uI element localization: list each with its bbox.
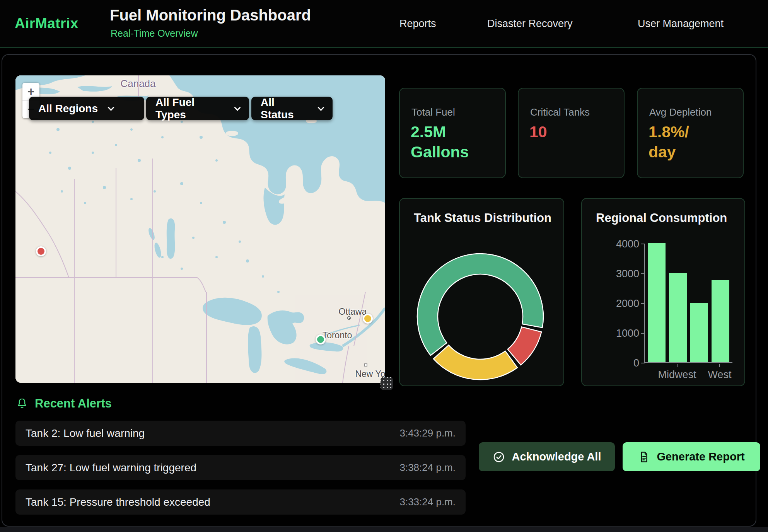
x-axis-tick-label: Midwest: [658, 369, 696, 381]
nav-disaster-recovery[interactable]: Disaster Recovery: [487, 18, 573, 30]
tank-marker-normal[interactable]: [316, 334, 326, 344]
chevron-down-icon: [234, 104, 241, 111]
stat-value: 10: [529, 122, 547, 142]
filter-status-dropdown[interactable]: All Status: [251, 97, 333, 120]
nav-user-management[interactable]: User Management: [638, 18, 724, 30]
bar-chart-title: Regional Consumption: [596, 211, 727, 225]
y-axis-tick-label: 4000: [582, 238, 639, 250]
chevron-down-icon: [108, 104, 114, 111]
donut-chart: [400, 199, 565, 387]
page-subtitle: Real-Time Overview: [111, 28, 198, 39]
x-axis-tick-mark: [677, 364, 678, 367]
map-label-toronto: Toronto: [323, 330, 352, 341]
bar: [712, 280, 729, 362]
filter-regions-label: All Regions: [38, 102, 98, 115]
bar: [669, 273, 687, 362]
report-document-icon: [638, 451, 650, 463]
tank-marker-warning[interactable]: [363, 314, 373, 324]
dashboard-panel: Canada Ottawa Toronto New York + − All R…: [2, 54, 756, 527]
generate-report-button[interactable]: Generate Report: [623, 442, 760, 471]
stat-label: Avg Depletion: [649, 106, 712, 118]
stat-card-avg-depletion: Avg Depletion 1.8%/ day: [637, 88, 744, 178]
map-drag-handle-icon[interactable]: [381, 377, 393, 390]
stat-value: 2.5M Gallons: [411, 122, 469, 162]
app-logo: AirMatrix: [15, 15, 79, 32]
bell-icon: [16, 397, 28, 410]
bar: [690, 303, 708, 362]
y-axis-tick-mark: [641, 363, 645, 363]
stat-label: Total Fuel: [411, 106, 455, 118]
filter-fuel-types-dropdown[interactable]: All Fuel Types: [146, 97, 249, 120]
alert-message: Tank 2: Low fuel warning: [26, 427, 145, 440]
filter-fuel-types-label: All Fuel Types: [155, 96, 224, 121]
acknowledge-all-button[interactable]: Acknowledge All: [479, 442, 615, 471]
alert-row[interactable]: Tank 15: Pressure threshold exceeded 3:3…: [15, 489, 466, 515]
alert-timestamp: 3:38:24 p.m.: [399, 462, 456, 474]
nav-reports[interactable]: Reports: [399, 18, 436, 30]
bar: [648, 243, 666, 362]
tank-marker-critical[interactable]: [36, 246, 46, 256]
map-label-ottawa: Ottawa: [339, 307, 367, 317]
check-circle-icon: [493, 451, 505, 463]
filter-status-label: All Status: [261, 96, 308, 121]
y-axis-tick-mark: [641, 333, 645, 334]
alert-message: Tank 15: Pressure threshold exceeded: [26, 496, 210, 508]
map[interactable]: Canada Ottawa Toronto New York + − All R…: [15, 75, 385, 383]
recent-alerts-header: Recent Alerts: [16, 397, 112, 411]
alert-timestamp: 3:43:29 p.m.: [399, 427, 456, 439]
stat-label: Critical Tanks: [530, 106, 590, 118]
alert-timestamp: 3:33:24 p.m.: [399, 496, 456, 508]
bar-chart-plot: [644, 244, 732, 363]
map-label-new-york: New York: [355, 369, 385, 379]
tank-status-distribution-card: Tank Status Distribution: [399, 198, 564, 386]
stat-card-critical-tanks: Critical Tanks 10: [518, 88, 625, 178]
stat-value: 1.8%/ day: [649, 122, 689, 162]
x-axis-tick-mark: [719, 364, 720, 367]
y-axis-tick-label: 1000: [582, 327, 639, 339]
filter-regions-dropdown[interactable]: All Regions: [29, 97, 144, 120]
y-axis-tick-label: 3000: [582, 268, 639, 280]
chevron-down-icon: [318, 104, 324, 111]
new-york-city-square: [364, 363, 367, 367]
y-axis-tick-mark: [641, 273, 645, 274]
alert-message: Tank 27: Low fuel warning triggered: [26, 462, 196, 474]
y-axis-tick-mark: [641, 303, 645, 304]
x-axis-tick-label: West: [708, 369, 731, 381]
recent-alerts-title: Recent Alerts: [35, 397, 112, 411]
fuel-monitoring-dashboard: { "header": { "logo": "AirMatrix", "titl…: [0, 0, 768, 532]
page-bottom-strip: [0, 527, 768, 532]
ottawa-city-dot: [347, 316, 351, 320]
y-axis-tick-label: 0: [582, 357, 639, 369]
stat-card-total-fuel: Total Fuel 2.5M Gallons: [399, 88, 506, 178]
top-bar: AirMatrix Fuel Monitoring Dashboard Real…: [0, 0, 768, 48]
alert-row[interactable]: Tank 2: Low fuel warning 3:43:29 p.m.: [15, 421, 466, 446]
generate-report-label: Generate Report: [657, 450, 744, 463]
y-axis-tick-label: 2000: [582, 298, 639, 310]
y-axis-tick-mark: [641, 244, 645, 244]
regional-consumption-card: Regional Consumption 01000200030004000Mi…: [581, 198, 745, 386]
alert-row[interactable]: Tank 27: Low fuel warning triggered 3:38…: [15, 455, 466, 480]
map-label-canada: Canada: [120, 78, 155, 90]
acknowledge-all-label: Acknowledge All: [512, 450, 601, 463]
page-title: Fuel Monitoring Dashboard: [110, 7, 311, 24]
